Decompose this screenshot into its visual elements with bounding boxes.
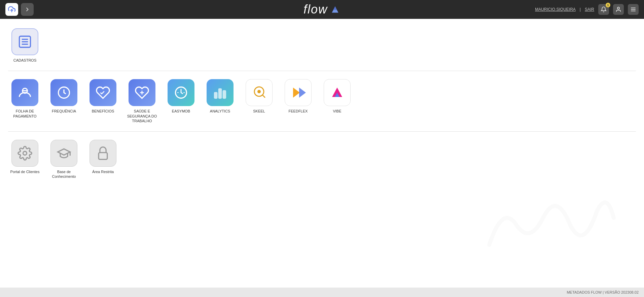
feedflex-icon-bg (285, 79, 312, 106)
speed-icon (174, 85, 188, 100)
app-vibe[interactable]: VIBE (320, 79, 354, 123)
restrita-icon-bg (90, 140, 116, 167)
vibe-logo-icon (329, 84, 346, 101)
app-easymob[interactable]: EASYMOB (164, 79, 198, 123)
app-portal[interactable]: Portal de Clientes (8, 140, 42, 179)
app-saude[interactable]: SAÚDE ESEGURANÇA DOTRABALHO (125, 79, 159, 123)
header-center: flow (303, 2, 341, 16)
svg-rect-19 (223, 91, 225, 98)
clock-icon (57, 85, 71, 100)
logo-text: flow (303, 2, 328, 16)
money-hand-icon (17, 85, 32, 100)
arrow-button[interactable] (21, 3, 34, 16)
user-link[interactable]: MAURICIO.SIQUEIRA (535, 7, 576, 12)
app-feedflex[interactable]: FEEDFLEX (281, 79, 315, 123)
portal-icon-bg (11, 140, 38, 167)
notification-badge: 1 (606, 3, 610, 7)
saude-icon-bg (129, 79, 155, 106)
frequencia-label: FREQUÊNCIA (52, 109, 76, 113)
easymob-icon-bg (168, 79, 194, 106)
list-icon (17, 34, 32, 49)
folha-label: FOLHA DEPAGAMENTO (13, 109, 36, 119)
saude-label: SAÚDE ESEGURANÇA DOTRABALHO (127, 109, 157, 123)
apps-section: FOLHA DEPAGAMENTO FREQUÊNCIA (8, 76, 636, 126)
app-base[interactable]: Base deConhecimento (47, 140, 81, 179)
app-analytics[interactable]: ANALYTICS (203, 79, 237, 123)
app-beneficios[interactable]: BENEFÍCIOS (86, 79, 120, 123)
bell-icon (601, 6, 607, 12)
svg-line-22 (262, 95, 265, 97)
health-icon (135, 85, 149, 100)
skeel-logo-icon (251, 84, 267, 101)
watermark (482, 191, 617, 267)
bar-chart-icon (213, 85, 227, 100)
svg-marker-23 (293, 88, 300, 98)
menu-icon (630, 6, 636, 12)
feedflex-logo-icon (290, 84, 307, 101)
folha-icon-bg (11, 79, 38, 106)
feedflex-label: FEEDFLEX (289, 109, 308, 113)
footer: METADADOS FLOW | VERSÃO 202308.02 (0, 288, 644, 297)
svg-point-21 (257, 90, 261, 93)
profile-button[interactable] (613, 4, 624, 15)
base-label: Base deConhecimento (52, 169, 76, 179)
beneficios-label: BENEFÍCIOS (92, 109, 114, 113)
others-grid: Portal de Clientes Base deConhecimento (8, 137, 636, 182)
footer-text: METADADOS FLOW | VERSÃO 202308.02 (567, 290, 639, 294)
app-folha[interactable]: FOLHA DEPAGAMENTO (8, 79, 42, 123)
easymob-label: EASYMOB (172, 109, 190, 113)
skeel-icon-bg (246, 79, 273, 106)
app-frequencia[interactable]: FREQUÊNCIA (47, 79, 81, 123)
header: flow MAURICIO.SIQUEIRA | SAIR 1 (0, 0, 644, 19)
svg-rect-17 (215, 93, 217, 98)
svg-point-27 (23, 152, 27, 155)
portal-label: Portal de Clientes (10, 169, 40, 174)
beneficios-icon-bg (90, 79, 116, 106)
header-left (5, 3, 34, 16)
lock-icon (96, 146, 110, 161)
arrow-icon (24, 6, 31, 13)
logo-icon (330, 4, 341, 15)
analytics-icon-bg (207, 79, 234, 106)
divider-1 (8, 71, 636, 71)
cadastros-item[interactable]: CADASTROS (8, 28, 42, 63)
frequencia-icon-bg (50, 79, 77, 106)
skeel-label: SKEEL (253, 109, 265, 113)
menu-button[interactable] (628, 4, 639, 15)
app-restrita[interactable]: Área Restrita (86, 140, 120, 179)
main-content: CADASTROS FOLHA DEPAGAMENTO (0, 19, 644, 288)
svg-marker-2 (332, 10, 338, 13)
svg-point-3 (617, 7, 619, 9)
user-icon (615, 6, 621, 12)
apps-grid: FOLHA DEPAGAMENTO FREQUÊNCIA (8, 76, 636, 126)
sair-link[interactable]: SAIR (585, 7, 594, 12)
upload-button[interactable] (5, 3, 18, 16)
cadastros-grid: CADASTROS (8, 26, 636, 65)
restrita-label: Área Restrita (92, 169, 114, 174)
svg-marker-24 (299, 88, 306, 98)
cadastros-section: CADASTROS (8, 26, 636, 65)
divider-2 (8, 131, 636, 132)
others-section: Portal de Clientes Base deConhecimento (8, 137, 636, 182)
gear-icon (17, 146, 32, 161)
graduation-icon (57, 146, 71, 161)
vibe-icon-bg (324, 79, 351, 106)
separator: | (580, 7, 581, 12)
cadastros-icon (11, 28, 38, 55)
svg-rect-28 (99, 153, 107, 159)
cadastros-label: CADASTROS (13, 58, 36, 63)
svg-rect-18 (219, 89, 221, 98)
notification-button[interactable]: 1 (598, 4, 609, 15)
app-skeel[interactable]: SKEEL (242, 79, 276, 123)
vibe-label: VIBE (333, 109, 341, 113)
analytics-label: ANALYTICS (210, 109, 230, 113)
header-right: MAURICIO.SIQUEIRA | SAIR 1 (535, 4, 639, 15)
base-icon-bg (50, 140, 77, 167)
heart-icon (96, 85, 110, 100)
upload-icon (8, 6, 15, 13)
